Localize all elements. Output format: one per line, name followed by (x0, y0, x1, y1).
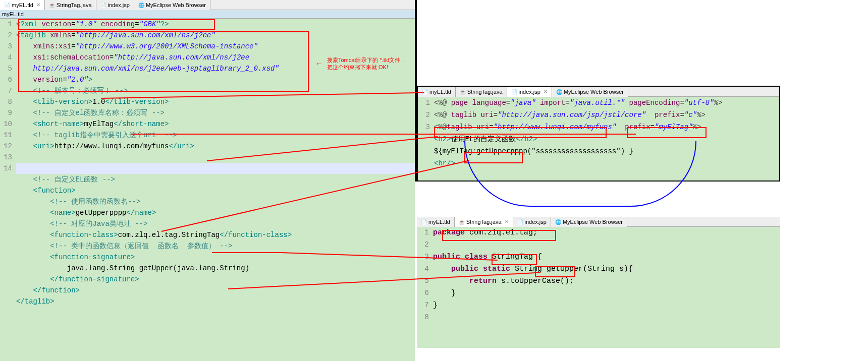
close-icon[interactable]: ✕ (36, 2, 40, 8)
code-line[interactable]: 3public class StringTag { (419, 251, 780, 263)
code-text[interactable]: <hr/> (434, 157, 779, 169)
close-icon[interactable]: ✕ (505, 219, 509, 224)
code-line[interactable]: 13 (2, 152, 415, 163)
code-text[interactable] (16, 152, 415, 163)
code-line[interactable]: 3 xmlns:xsi="http://www.w3.org/2001/XMLS… (2, 41, 415, 52)
code-text[interactable]: <uri>http://www.lunqi.com/myfuns</uri> (16, 141, 415, 152)
code-text[interactable]: </taglib> (16, 296, 415, 307)
code-text[interactable]: </function-signature> (16, 274, 415, 285)
code-line[interactable]: <function-class>com.zlq.el.tag.StringTag… (2, 229, 415, 240)
code-text[interactable] (433, 239, 780, 251)
code-text[interactable]: <!-- 自定义EL函数 --> (16, 174, 415, 185)
code-line[interactable]: 14 (2, 163, 415, 174)
code-line[interactable]: <!-- 类中的函数信息（返回值 函数名 参数值） --> (2, 240, 415, 252)
code-line[interactable]: 2 (419, 239, 780, 251)
code-text[interactable]: http://java.sun.com/xml/ns/j2ee/web-jspt… (16, 63, 415, 74)
code-text[interactable]: xmlns:xsi="http://www.w3.org/2001/XMLSch… (16, 41, 415, 52)
code-line[interactable]: 2<%@ taglib uri="http://java.sun.com/jsp… (420, 109, 779, 121)
code-line[interactable]: 12 <uri>http://www.lunqi.com/myfuns</uri… (2, 141, 415, 152)
code-text[interactable]: <function-signature> (16, 252, 415, 263)
code-line[interactable]: 4 xsi:schemaLocation="http://java.sun.co… (2, 52, 415, 63)
tab-browser[interactable]: MyEclipse Web Browser (134, 0, 210, 10)
tab-myel-tld[interactable]: myEL.tld (417, 217, 455, 227)
code-text[interactable]: <!-- 类中的函数信息（返回值 函数名 参数值） --> (16, 240, 415, 252)
bottomright-code-area[interactable]: 1package com.zlq.el.tag;23public class S… (417, 227, 780, 324)
code-line[interactable]: ${myElTag:getUpperpppp("ssssssssssssssss… (420, 145, 779, 157)
code-line[interactable]: 5 return s.toUpperCase(); (419, 275, 780, 287)
close-icon[interactable]: ✕ (544, 89, 548, 94)
code-line[interactable]: <hr/> (420, 157, 779, 169)
code-text[interactable]: <h2>使用EL的自定义函数</h2> (434, 133, 779, 145)
code-line[interactable]: <h2>使用EL的自定义函数</h2> (420, 133, 779, 145)
code-text[interactable]: version="2.0"> (16, 74, 415, 85)
code-text[interactable]: <name>getUpperpppp</name> (16, 207, 415, 218)
code-line[interactable]: </function-signature> (2, 274, 415, 285)
code-text[interactable]: <function-class>com.zlq.el.tag.StringTag… (16, 229, 415, 240)
code-text[interactable]: xsi:schemaLocation="http://java.sun.com/… (16, 52, 415, 63)
code-line[interactable]: <name>getUpperpppp</name> (2, 207, 415, 218)
code-text[interactable]: </function> (16, 285, 415, 296)
code-line[interactable]: 6 } (419, 287, 780, 299)
code-text[interactable]: java.lang.String getUpper(java.lang.Stri… (16, 263, 415, 274)
code-text[interactable]: <%@taglib uri="http://www.lunqi.com/myfu… (434, 121, 779, 133)
tab-index-jsp[interactable]: index.jsp✕ (507, 87, 552, 97)
code-text[interactable]: <?xml version="1.0" encoding="GBK"?> (16, 19, 415, 30)
code-line[interactable]: 2<taglib xmlns="http://java.sun.com/xml/… (2, 30, 415, 41)
code-text[interactable]: ${myElTag:getUpperpppp("ssssssssssssssss… (434, 145, 779, 157)
code-text[interactable]: <function> (16, 185, 415, 196)
code-line[interactable]: <!-- 使用函数的函数名--> (2, 196, 415, 207)
line-number: 4 (419, 263, 433, 275)
code-text[interactable]: } (433, 287, 780, 299)
tab-myel-tld[interactable]: myEL.tld✕ (0, 0, 45, 10)
code-line[interactable]: <function> (2, 185, 415, 196)
tab-index-jsp[interactable]: index.jsp (96, 0, 134, 10)
code-line[interactable]: <function-signature> (2, 252, 415, 263)
code-line[interactable]: 8 <tlib-version>1.0</tlib-version> (2, 96, 415, 107)
code-text[interactable]: <short-name>myElTag</short-name> (16, 118, 415, 130)
code-line[interactable]: 11 <!-- taglib指令中需要引入这个uri --> (2, 130, 415, 141)
code-text[interactable]: return s.toUpperCase(); (433, 275, 780, 287)
tab-browser[interactable]: MyEclipse Web Browser (552, 87, 628, 97)
topright-editor-pane: myEL.tld StringTag.java index.jsp✕ MyEcl… (417, 86, 780, 182)
code-line[interactable]: 10 <short-name>myElTag</short-name> (2, 118, 415, 130)
code-line[interactable]: 1package com.zlq.el.tag; (419, 227, 780, 239)
code-text[interactable]: <tlib-version>1.0</tlib-version> (16, 96, 415, 107)
code-text[interactable]: <!-- 版本号：必须写！ --> (16, 85, 415, 96)
code-line[interactable]: 9 <!-- 自定义el函数库名称：必须写 --> (2, 107, 415, 118)
code-line[interactable]: <!-- 对应的Java类地址 --> (2, 218, 415, 229)
tab-stringtag-java[interactable]: StringTag.java (456, 87, 507, 97)
code-line[interactable]: 7 <!-- 版本号：必须写！ --> (2, 85, 415, 96)
left-code-area[interactable]: 1<?xml version="1.0" encoding="GBK"?>2<t… (0, 19, 415, 307)
code-line[interactable]: 7} (419, 299, 780, 312)
code-line[interactable]: </taglib> (2, 296, 415, 307)
code-text[interactable]: <!-- 使用函数的函数名--> (16, 196, 415, 207)
code-text[interactable]: <!-- 自定义el函数库名称：必须写 --> (16, 107, 415, 118)
code-text[interactable]: <%@ page language="java" import="java.ut… (434, 97, 779, 109)
code-line[interactable]: 4 public static String getUpper(String s… (419, 263, 780, 275)
code-text[interactable]: <taglib xmlns="http://java.sun.com/xml/n… (16, 30, 415, 41)
code-line[interactable]: </function> (2, 285, 415, 296)
code-text[interactable]: <!-- taglib指令中需要引入这个uri --> (16, 130, 415, 141)
code-line[interactable]: 5 http://java.sun.com/xml/ns/j2ee/web-js… (2, 63, 415, 74)
tab-browser[interactable]: MyEclipse Web Browser (551, 217, 627, 227)
tab-index-jsp[interactable]: index.jsp (513, 217, 551, 227)
code-text[interactable]: package com.zlq.el.tag; (433, 227, 780, 239)
code-line[interactable]: 8 (419, 312, 780, 324)
code-text[interactable]: <%@ taglib uri="http://java.sun.com/jsp/… (434, 109, 779, 121)
code-line[interactable]: 6 version="2.0"> (2, 74, 415, 85)
code-text[interactable] (433, 312, 780, 324)
tab-myel-tld[interactable]: myEL.tld (418, 87, 456, 97)
code-line[interactable]: 1<%@ page language="java" import="java.u… (420, 97, 779, 109)
tab-stringtag-java[interactable]: StringTag.java (45, 0, 96, 10)
code-text[interactable]: } (433, 299, 780, 312)
topright-code-area[interactable]: 1<%@ page language="java" import="java.u… (418, 97, 779, 169)
code-text[interactable]: public static String getUpper(String s){ (433, 263, 780, 275)
left-editor-pane: myEL.tld✕ StringTag.java index.jsp MyEcl… (0, 0, 415, 361)
code-text[interactable]: public class StringTag { (433, 251, 780, 263)
code-line[interactable]: <!-- 自定义EL函数 --> (2, 174, 415, 185)
code-line[interactable]: 1<?xml version="1.0" encoding="GBK"?> (2, 19, 415, 30)
code-line[interactable]: java.lang.String getUpper(java.lang.Stri… (2, 263, 415, 274)
code-text[interactable]: <!-- 对应的Java类地址 --> (16, 218, 415, 229)
code-line[interactable]: 3<%@taglib uri="http://www.lunqi.com/myf… (420, 121, 779, 133)
tab-stringtag-java[interactable]: StringTag.java✕ (455, 217, 513, 227)
